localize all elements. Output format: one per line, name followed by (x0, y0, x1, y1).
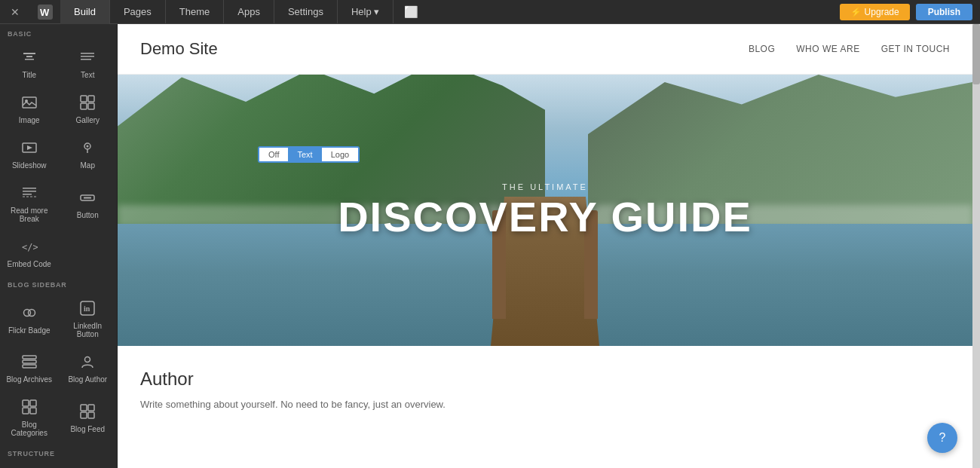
website-preview: Demo Site BLOG WHO WE ARE GET IN TOUCH O… (118, 24, 972, 468)
svg-rect-35 (23, 408, 29, 414)
widget-grid-structure: Divider Spacer (0, 460, 117, 468)
close-button[interactable]: ✕ (0, 0, 30, 24)
svg-rect-8 (23, 97, 36, 108)
widget-title-label: Title (22, 71, 36, 79)
widget-button[interactable]: Button (59, 176, 118, 230)
widget-blog-categories[interactable]: Blog Categories (0, 390, 59, 444)
slideshow-icon (21, 139, 38, 158)
svg-rect-2 (23, 53, 35, 54)
blog-feed-icon (79, 403, 96, 422)
svg-marker-15 (27, 145, 32, 150)
svg-rect-11 (88, 96, 94, 102)
svg-rect-23 (84, 197, 91, 198)
svg-rect-33 (23, 400, 29, 406)
widget-map[interactable]: Map (59, 131, 118, 176)
tab-pages[interactable]: Pages (110, 0, 166, 24)
widget-image-label: Image (19, 116, 40, 124)
blog-categories-icon (21, 399, 38, 418)
svg-rect-3 (26, 56, 32, 57)
svg-rect-30 (23, 360, 36, 363)
scrollbar-thumb (972, 24, 980, 84)
publish-button[interactable]: Publish (916, 4, 972, 20)
svg-rect-31 (23, 365, 36, 368)
toggle-text[interactable]: Text (288, 148, 321, 161)
left-sidebar: BASIC Title (0, 24, 118, 468)
toggle-off[interactable]: Off (259, 148, 288, 161)
hero-title: DISCOVERY GUIDE (338, 196, 752, 238)
map-icon (79, 139, 96, 158)
widget-embed-code[interactable]: </> Embed Code (0, 230, 59, 275)
weebly-logo[interactable]: W (30, 0, 60, 24)
blog-author-icon (79, 353, 96, 372)
widget-linkedin-button-label: LinkedIn Button (63, 322, 114, 338)
toggle-logo[interactable]: Logo (322, 148, 358, 161)
image-icon (21, 94, 38, 113)
svg-rect-19 (23, 191, 36, 192)
svg-rect-37 (81, 405, 87, 411)
toggle-selector: Off Text Logo (258, 146, 360, 163)
help-bubble[interactable]: ? (927, 423, 957, 453)
svg-text:W: W (40, 7, 50, 18)
top-bar-right: ⚡ Upgrade Publish (840, 4, 980, 20)
widget-slideshow[interactable]: Slideshow (0, 131, 59, 176)
tab-settings[interactable]: Settings (274, 0, 338, 24)
widget-linkedin-button[interactable]: in LinkedIn Button (59, 292, 118, 345)
widget-grid-blog-sidebar: Flickr Badge in LinkedIn Button (0, 292, 117, 444)
hero-section: THE ULTIMATE DISCOVERY GUIDE (118, 75, 972, 346)
widget-embed-code-label: Embed Code (8, 260, 51, 268)
svg-rect-13 (88, 103, 94, 109)
top-bar: ✕ W Build Pages Theme Apps Settings Help… (0, 0, 980, 24)
upgrade-button[interactable]: ⚡ Upgrade (840, 4, 909, 20)
widget-divider[interactable]: Divider (0, 460, 59, 468)
nav-link-who-we-are[interactable]: WHO WE ARE (796, 44, 859, 54)
widget-blog-feed-label: Blog Feed (70, 425, 105, 433)
tab-help[interactable]: Help ▾ (338, 0, 394, 24)
widget-read-more-break[interactable]: Read more Break (0, 176, 59, 230)
main-layout: BASIC Title (0, 24, 980, 468)
widget-blog-feed[interactable]: Blog Feed (59, 390, 118, 444)
widget-gallery[interactable]: Gallery (59, 86, 118, 131)
gallery-icon (79, 94, 96, 113)
nav-tabs: Build Pages Theme Apps Settings Help ▾ (60, 0, 394, 24)
right-scrollbar[interactable] (972, 24, 980, 468)
hero-subtitle: THE ULTIMATE (338, 182, 752, 191)
read-more-break-icon (21, 185, 38, 203)
svg-text:</>: </> (22, 242, 38, 252)
tab-build[interactable]: Build (60, 0, 110, 24)
tab-theme[interactable]: Theme (166, 0, 224, 24)
widget-text[interactable]: Text (59, 41, 118, 86)
svg-rect-10 (81, 96, 87, 102)
widget-read-more-break-label: Read more Break (4, 206, 55, 223)
widget-title[interactable]: Title (0, 41, 59, 86)
hero-text: THE ULTIMATE DISCOVERY GUIDE (338, 182, 752, 238)
widget-blog-categories-label: Blog Categories (4, 421, 55, 437)
svg-point-26 (28, 309, 35, 316)
svg-rect-5 (81, 53, 94, 54)
embed-code-icon: </> (21, 238, 38, 257)
svg-rect-40 (88, 412, 94, 418)
svg-point-17 (87, 145, 89, 148)
widget-flickr-badge-label: Flickr Badge (8, 326, 51, 335)
text-icon (79, 49, 96, 68)
svg-rect-12 (81, 103, 87, 109)
widget-flickr-badge[interactable]: Flickr Badge (0, 292, 59, 345)
widget-blog-author[interactable]: Blog Author (59, 345, 118, 390)
author-title: Author (140, 369, 950, 390)
top-bar-left: ✕ W Build Pages Theme Apps Settings Help… (0, 0, 429, 24)
widget-slideshow-label: Slideshow (12, 161, 47, 170)
site-title: Demo Site (140, 39, 218, 59)
nav-link-get-in-touch[interactable]: GET IN TOUCH (881, 44, 950, 54)
svg-rect-39 (81, 412, 87, 418)
svg-rect-36 (30, 408, 36, 414)
nav-link-blog[interactable]: BLOG (749, 44, 775, 54)
svg-text:in: in (84, 304, 90, 313)
device-toggle[interactable]: ⬜ (394, 5, 429, 19)
widget-blog-author-label: Blog Author (68, 375, 107, 384)
widget-gallery-label: Gallery (75, 116, 100, 124)
widget-blog-archives[interactable]: Blog Archives (0, 345, 59, 390)
section-label-structure: STRUCTURE (0, 444, 117, 460)
widget-spacer[interactable]: Spacer (59, 460, 118, 468)
tab-apps[interactable]: Apps (224, 0, 274, 24)
widget-image[interactable]: Image (0, 86, 59, 131)
svg-point-32 (85, 357, 90, 362)
